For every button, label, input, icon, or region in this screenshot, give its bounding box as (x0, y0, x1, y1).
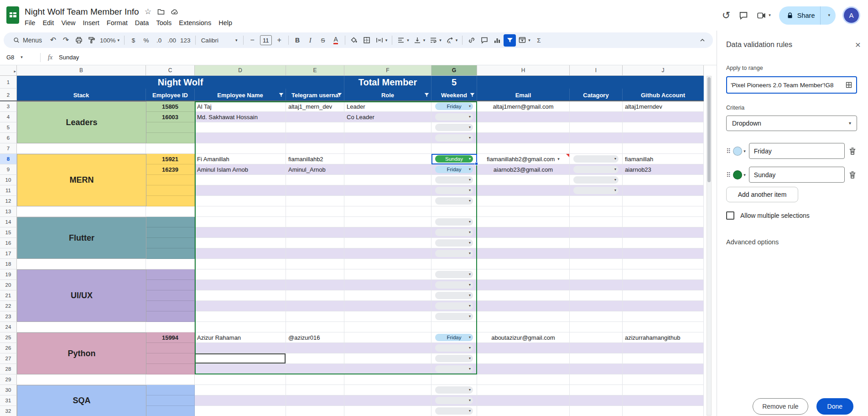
cell-B27[interactable] (17, 353, 146, 364)
cell-E32[interactable] (286, 406, 344, 416)
row-header-26[interactable]: 26 (0, 343, 17, 353)
weekend-dropdown-14[interactable]: ▾ (435, 218, 473, 226)
functions-button[interactable]: Σ (533, 34, 545, 47)
row-header-30[interactable]: 30 (0, 385, 17, 395)
cell-B32[interactable] (17, 406, 146, 416)
cell-H4[interactable] (477, 112, 570, 122)
row-header-29[interactable]: 29 (0, 374, 17, 385)
cell-D13[interactable] (195, 206, 286, 217)
cell-B17[interactable] (17, 248, 146, 259)
cell-I16[interactable] (570, 238, 623, 248)
row-header-27[interactable]: 27 (0, 353, 17, 364)
row-header-24[interactable]: 24 (0, 322, 17, 332)
cell-D23[interactable] (195, 311, 286, 322)
row-header-6[interactable]: 6 (0, 133, 17, 143)
cell-H28[interactable] (477, 364, 570, 374)
filter-icon[interactable] (424, 92, 430, 98)
cell-F4[interactable]: Co Leader (344, 112, 431, 122)
cell-C32[interactable] (146, 406, 195, 416)
cell-F31[interactable] (344, 395, 431, 406)
format-percent-button[interactable]: % (140, 34, 152, 47)
strikethrough-button[interactable]: S (317, 34, 329, 47)
cell-D30[interactable] (195, 385, 286, 395)
cell-H31[interactable] (477, 395, 570, 406)
row-header-4[interactable]: 4 (0, 112, 17, 122)
cell-I29[interactable] (570, 374, 623, 385)
cell-I3[interactable] (570, 101, 623, 112)
cell-E10[interactable] (286, 175, 344, 185)
row-header-13[interactable]: 13 (0, 206, 17, 217)
range-input[interactable]: 'Pixel Pioneers 2.0 Team Member'!G8 (726, 76, 857, 94)
weekend-dropdown-8[interactable]: Sunday▾ (435, 155, 473, 163)
cell-H8[interactable]: fiamanillahb2@gmail.com▾ (477, 154, 570, 164)
cell-J12[interactable] (623, 196, 704, 206)
cell-I8[interactable]: ▾ (570, 154, 623, 164)
cell-F7[interactable] (344, 143, 431, 154)
row-header-3[interactable]: 3 (0, 101, 17, 112)
cell-F24[interactable] (344, 322, 431, 332)
row-header-31[interactable]: 31 (0, 395, 17, 406)
cell-H26[interactable] (477, 343, 570, 353)
zoom-dropdown[interactable]: 100%▾ (98, 34, 121, 47)
decrease-font-size-button[interactable]: − (246, 34, 259, 47)
redo-button[interactable]: ↷ (60, 34, 72, 47)
menu-data[interactable]: Data (131, 18, 153, 27)
weekend-dropdown-6[interactable]: ▾ (435, 134, 473, 142)
cell-F29[interactable] (344, 374, 431, 385)
cell-C3[interactable]: 15805 (146, 101, 195, 112)
cell-G26[interactable]: ▾ (431, 343, 477, 353)
cell-I22[interactable] (570, 301, 623, 311)
cell-B31[interactable] (17, 395, 146, 406)
cell-F30[interactable] (344, 385, 431, 395)
cell-G20[interactable]: ▾ (431, 280, 477, 290)
cell-J26[interactable] (623, 343, 704, 353)
cell-E17[interactable] (286, 248, 344, 259)
cell-G30[interactable]: ▾ (431, 385, 477, 395)
cell-F22[interactable] (344, 301, 431, 311)
cell-D25[interactable]: Azizur Rahaman (195, 332, 286, 343)
banner-title-cell[interactable]: Night Wolf (17, 76, 344, 89)
cell-I11[interactable]: ▾ (570, 185, 623, 196)
row-header-28[interactable]: 28 (0, 364, 17, 374)
cell-C11[interactable] (146, 185, 195, 196)
cell-G3[interactable]: Friday▾ (431, 101, 477, 112)
cell-D7[interactable] (195, 143, 286, 154)
cell-C7[interactable] (146, 143, 195, 154)
cell-G21[interactable]: ▾ (431, 290, 477, 301)
option-text-input[interactable]: Sunday (749, 167, 845, 183)
cell-B11[interactable] (17, 185, 146, 196)
cell-J9[interactable]: aiarnob23 (623, 164, 704, 175)
weekend-dropdown-11[interactable]: ▾ (435, 187, 473, 194)
cell-C4[interactable]: 16003 (146, 112, 195, 122)
weekend-dropdown-17[interactable]: ▾ (435, 250, 473, 257)
cell-H25[interactable]: aboutazizur@gmail.com (477, 332, 570, 343)
cell-D9[interactable]: Aminul Islam Arnob (195, 164, 286, 175)
insert-link-button[interactable] (465, 34, 478, 47)
cell-H23[interactable] (477, 311, 570, 322)
version-history-icon[interactable]: ↺ (722, 10, 730, 21)
cell-B30[interactable] (17, 385, 146, 395)
cell-C20[interactable] (146, 280, 195, 290)
cell-E26[interactable] (286, 343, 344, 353)
cell-B10[interactable] (17, 175, 146, 185)
row-header-11[interactable]: 11 (0, 185, 17, 196)
cell-H18[interactable] (477, 259, 570, 269)
row-header-23[interactable]: 23 (0, 311, 17, 322)
cell-I7[interactable] (570, 143, 623, 154)
cell-J19[interactable] (623, 269, 704, 280)
weekend-dropdown-31[interactable]: ▾ (435, 397, 473, 404)
cell-E5[interactable] (286, 122, 344, 133)
cell-H21[interactable] (477, 290, 570, 301)
cell-B5[interactable] (17, 122, 146, 133)
cell-D16[interactable] (195, 238, 286, 248)
cell-B14[interactable] (17, 217, 146, 227)
cell-I12[interactable] (570, 196, 623, 206)
cell-I31[interactable] (570, 395, 623, 406)
cell-C27[interactable] (146, 353, 195, 364)
cell-G29[interactable] (431, 374, 477, 385)
cell-D32[interactable] (195, 406, 286, 416)
column-header-G[interactable]: G (431, 65, 477, 76)
row-header-21[interactable]: 21 (0, 290, 17, 301)
option-text-input[interactable]: Friday (749, 143, 845, 159)
delete-option-icon[interactable] (848, 170, 857, 179)
